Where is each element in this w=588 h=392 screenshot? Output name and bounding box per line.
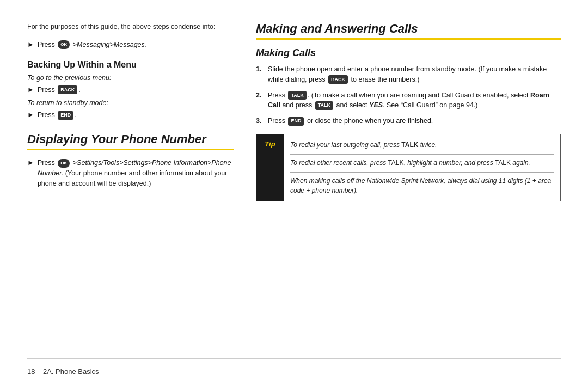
talk-key-icon-s2b: TALK bbox=[315, 101, 333, 110]
displaying-bullet: ► Press OK >Settings/Tools>Settings>Phon… bbox=[27, 158, 234, 188]
tip-label: Tip bbox=[256, 134, 284, 201]
bullet-arrow-icon: ► bbox=[27, 40, 34, 48]
making-calls-subtitle: Making Calls bbox=[256, 47, 561, 59]
step-2-text: Press TALK. (To make a call when you are… bbox=[268, 90, 561, 111]
footer: 18 2A. Phone Basics bbox=[27, 358, 561, 376]
step-2: 2. Press TALK. (To make a call when you … bbox=[256, 90, 561, 111]
bullet-arrow-icon: ► bbox=[27, 85, 34, 94]
tip-line-1: To redial your last outgoing call, press… bbox=[290, 140, 554, 150]
step-3-text: Press END or close the phone when you ar… bbox=[268, 116, 433, 126]
end-key-icon: END bbox=[58, 111, 74, 120]
ok-key-icon: OK bbox=[58, 40, 70, 49]
footer-section: 2A. Phone Basics bbox=[43, 367, 99, 376]
main-section-header: Making and Answering Calls bbox=[256, 22, 561, 40]
tip-content: To redial your last outgoing call, press… bbox=[284, 134, 560, 201]
displaying-bullet-text: Press OK >Settings/Tools>Settings>Phone … bbox=[38, 158, 234, 188]
step-3: 3. Press END or close the phone when you… bbox=[256, 116, 561, 126]
steps-list: 1. Slide the phone open and enter a phon… bbox=[256, 64, 561, 126]
footer-text: 18 2A. Phone Basics bbox=[27, 367, 99, 376]
intro-bullet: ► Press OK >Messaging>Messages. bbox=[27, 40, 234, 50]
step-3-num: 3. bbox=[256, 116, 264, 126]
tip-line-2: To redial other recent calls, press TALK… bbox=[290, 158, 554, 168]
footer-page-number: 18 bbox=[27, 367, 35, 376]
talk-key-icon-s2a: TALK bbox=[288, 91, 306, 100]
ok-key-icon2: OK bbox=[58, 159, 70, 168]
back-bullet-text: Press BACK. bbox=[38, 85, 81, 95]
step-1-num: 1. bbox=[256, 64, 264, 85]
tip-divider bbox=[290, 154, 554, 155]
tip-box: Tip To redial your last outgoing call, p… bbox=[256, 134, 561, 201]
end-bullet-text: Press END. bbox=[38, 110, 77, 120]
main-content: For the purposes of this guide, the abov… bbox=[27, 22, 561, 353]
backing-section-title: Backing Up Within a Menu bbox=[27, 60, 234, 70]
tip-line-3: When making calls off the Nationwide Spr… bbox=[290, 176, 554, 195]
end-key-icon-s3: END bbox=[288, 117, 304, 126]
right-column: Making and Answering Calls Making Calls … bbox=[256, 22, 561, 353]
intro-bullet-text: Press OK >Messaging>Messages. bbox=[38, 40, 146, 50]
bullet-arrow-icon: ► bbox=[27, 111, 34, 119]
back-key-icon-s1: BACK bbox=[328, 75, 348, 84]
to-standby-label: To return to standby mode: bbox=[27, 99, 234, 107]
left-column: For the purposes of this guide, the abov… bbox=[27, 22, 234, 353]
bullet-arrow-icon: ► bbox=[27, 158, 34, 167]
intro-text: For the purposes of this guide, the abov… bbox=[27, 22, 234, 32]
end-bullet: ► Press END. bbox=[27, 110, 234, 120]
to-previous-label: To go to the previous menu: bbox=[27, 74, 234, 82]
tip-divider2 bbox=[290, 172, 554, 173]
back-key-icon: BACK bbox=[58, 85, 77, 94]
step-1: 1. Slide the phone open and enter a phon… bbox=[256, 64, 561, 85]
step-2-num: 2. bbox=[256, 90, 264, 111]
step-1-text: Slide the phone open and enter a phone n… bbox=[268, 64, 561, 85]
back-bullet: ► Press BACK. bbox=[27, 85, 234, 95]
displaying-section-title: Displaying Your Phone Number bbox=[27, 132, 234, 150]
page: For the purposes of this guide, the abov… bbox=[0, 0, 588, 392]
